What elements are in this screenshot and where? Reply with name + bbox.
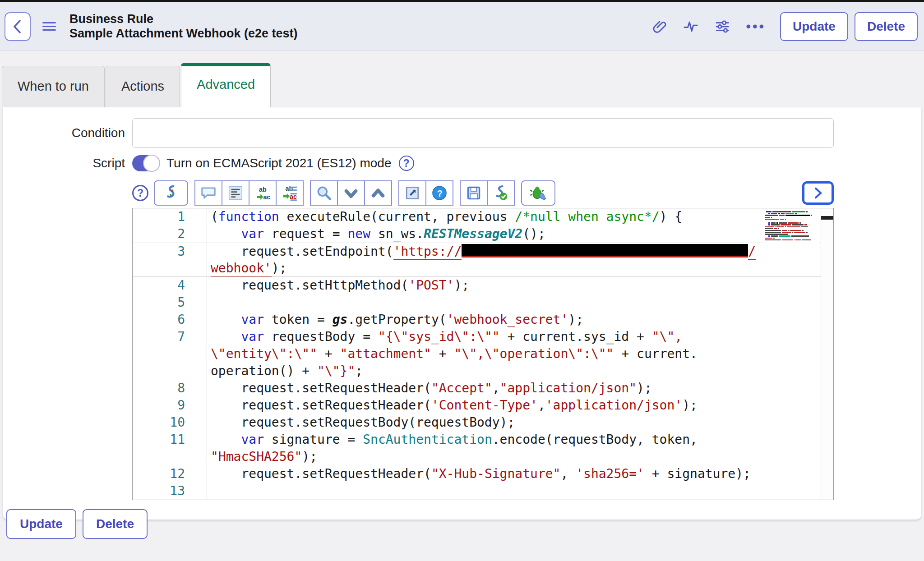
line-number [133,260,207,276]
code-row: 12 request.setRequestHeader("X-Hub-Signa… [133,465,833,483]
code-row: 7 var requestBody = "{\"sys_id\":\"" + c… [133,328,833,345]
code-row: 11 var signature = SncAuthentication.enc… [133,431,833,448]
toolbar-toggle-comment-button[interactable] [194,180,222,206]
editor-scrollbar-track [821,208,833,500]
code-row: 1(function executeRule(current, previous… [133,208,833,225]
line-number: 5 [133,294,207,311]
personalize-sliders-icon[interactable] [715,19,730,34]
editor-expand-button[interactable] [802,181,834,205]
line-number: 12 [133,465,207,483]
code-row: 6 var token = gs.getProperty('webhook_se… [133,311,833,328]
condition-input[interactable] [132,118,834,148]
footer-update-button[interactable]: Update [6,509,76,539]
toolbar-replace-all-button[interactable]: abac [276,180,304,206]
tab-actions[interactable]: Actions [106,66,180,107]
code-row: operation() + "\"}"; [133,363,833,380]
code-row: 3 request.setEndpoint('https:/// [133,243,833,260]
toolbar-group: ? [398,180,453,206]
code-line-text: request.setHttpMethod('POST'); [207,277,833,294]
toolbar-find-previous-button[interactable] [364,180,392,206]
script-row: Script Turn on ECMAScript 2021 (ES12) mo… [3,155,834,171]
line-number [133,448,207,465]
context-menu-icon[interactable] [42,20,56,33]
code-line-text: request.setRequestHeader("X-Hub-Signatur… [207,465,833,483]
code-row: 9 request.setRequestHeader('Content-Type… [133,397,833,414]
svg-text:ac: ac [263,193,271,201]
line-number: 1 [133,208,207,225]
more-options-icon[interactable]: ••• [746,19,766,34]
code-editor[interactable]: 1(function executeRule(current, previous… [132,208,834,500]
code-line-text: operation() + "\"}"; [207,363,833,380]
code-minimap [764,210,818,244]
code-row: 8 request.setRequestHeader("Accept","app… [133,380,833,397]
code-line-text: var requestBody = "{\"sys_id\":\"" + cur… [207,328,833,345]
editor-toolbar: ? abacabac? [132,179,834,207]
record-header: Business Rule Sample Attachment Webhook … [0,2,924,51]
form-footer: Update Delete [6,509,834,539]
toolbar-script-macro-button[interactable] [154,180,188,206]
toolbar-syntax-check-button[interactable] [487,180,515,206]
condition-label: Condition [3,126,132,140]
code-line-text: "HmacSHA256"); [207,448,833,465]
back-button[interactable] [5,12,31,41]
code-area[interactable]: 1(function executeRule(current, previous… [133,208,833,500]
toolbar-replace-button[interactable]: abac [249,180,277,206]
code-line-text: request.setRequestHeader("Accept","appli… [207,380,833,397]
line-number: 3 [133,243,207,260]
toolbar-group [310,180,392,206]
line-number: 8 [133,380,207,397]
code-line-text: var token = gs.getProperty('webhook_secr… [207,311,833,328]
code-row: 5 [133,294,833,311]
toolbar-find-next-button[interactable] [337,180,365,206]
header-delete-button[interactable]: Delete [855,12,918,41]
code-line-text: request.setEndpoint('https:/// [207,243,833,260]
code-line-text: var signature = SncAuthentication.encode… [207,431,833,448]
code-row: 4 request.setHttpMethod('POST'); [133,277,833,294]
line-number [133,345,207,363]
advanced-tab-panel: Condition Script Turn on ECMAScript 2021… [3,107,921,520]
toggle-knob [143,155,160,172]
es2021-toggle[interactable] [132,155,159,171]
code-line-text [207,483,833,500]
code-row: \"entity\":\"" + "attachment" + "\",\"op… [133,345,833,363]
tab-advanced[interactable]: Advanced [181,63,271,107]
line-number: 9 [133,397,207,414]
code-line-text: webhook'); [207,260,833,276]
toolbar-open-new-window-button[interactable] [398,180,426,206]
toolbar-debug-button[interactable] [521,180,555,206]
footer-delete-button[interactable]: Delete [83,509,148,539]
record-type-title: Business Rule [69,12,298,27]
line-number: 11 [133,431,207,448]
svg-text:?: ? [437,188,443,198]
record-name-title: Sample Attachment Webhook (e2e test) [69,27,298,41]
svg-text:ab: ab [286,185,293,192]
code-line-text: request.setRequestHeader('Content-Type',… [207,397,833,414]
editor-help-icon[interactable]: ? [132,185,148,201]
editor-scrollbar-thumb[interactable] [821,216,833,220]
line-number: 13 [133,483,207,500]
code-line-text: request.setRequestBody(requestBody); [207,414,833,431]
toolbar-save-button[interactable] [460,180,488,206]
attachments-paperclip-icon[interactable] [651,19,667,34]
redacted-url [462,244,748,258]
script-editor-wrap: ? abacabac? 1(function executeRule(curre… [132,179,834,500]
header-update-button[interactable]: Update [780,12,848,41]
code-row: 13 [133,483,833,500]
activity-pulse-icon[interactable] [683,19,698,34]
es2021-toggle-label: Turn on ECMAScript 2021 (ES12) mode [166,156,392,170]
line-number [133,363,207,380]
svg-text:ab: ab [259,186,267,193]
code-row: 2 var request = new sn_ws.RESTMessageV2(… [133,225,833,243]
toolbar-search-button[interactable] [310,180,338,206]
code-line-text: var request = new sn_ws.RESTMessageV2(); [207,225,833,243]
code-line-text: (function executeRule(current, previous … [207,208,833,225]
es2021-help-icon[interactable]: ? [399,156,414,171]
line-number: 7 [133,328,207,345]
line-number: 6 [133,311,207,328]
line-number: 2 [133,225,207,243]
condition-row: Condition [3,118,834,148]
toolbar-editor-help-button[interactable]: ? [425,180,453,206]
toolbar-format-code-button[interactable] [222,180,249,206]
code-line-text: \"entity\":\"" + "attachment" + "\",\"op… [207,345,833,363]
tab-when-to-run[interactable]: When to run [2,66,105,107]
